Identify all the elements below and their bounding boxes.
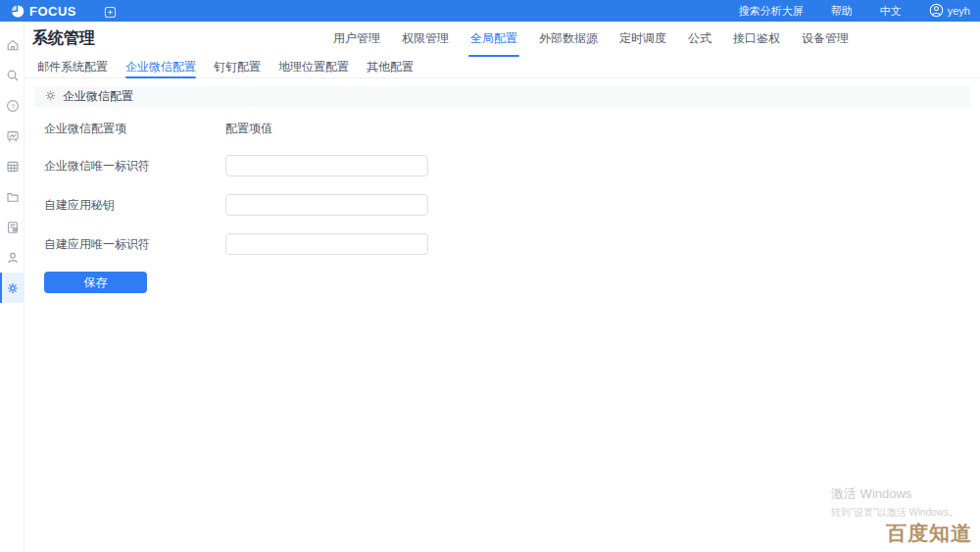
username: yeyh [948, 5, 970, 17]
dashboard-icon [6, 129, 20, 143]
tab-scheduled-tasks[interactable]: 定时调度 [619, 30, 666, 47]
subtab-other-config[interactable]: 其他配置 [367, 56, 414, 78]
sidebar-item-folder[interactable] [0, 181, 24, 212]
gear-icon [44, 89, 57, 105]
config-form: 企业微信配置项 配置项值 企业微信唯一标识符 自建应用秘钥 自建应用唯一标识符 … [24, 121, 980, 293]
language-switch[interactable]: 中文 [880, 4, 902, 19]
subtab-dingtalk-config[interactable]: 钉钉配置 [214, 56, 261, 78]
section-title: 企业微信配置 [63, 88, 133, 105]
tab-api-auth[interactable]: 接口鉴权 [733, 30, 780, 47]
pie-chart-icon [10, 4, 24, 19]
subtab-wechat-work-config[interactable]: 企业微信配置 [125, 56, 196, 78]
section-header: 企业微信配置 [34, 86, 970, 107]
report-icon [6, 221, 20, 234]
save-button[interactable]: 保存 [44, 272, 147, 293]
tab-device-management[interactable]: 设备管理 [802, 30, 849, 47]
sidebar-item-help[interactable]: ? [0, 90, 24, 121]
tab-permission-management[interactable]: 权限管理 [402, 30, 449, 47]
tab-formula[interactable]: 公式 [688, 30, 711, 47]
settings-icon [6, 281, 20, 295]
table-icon [6, 160, 20, 174]
tab-user-management[interactable]: 用户管理 [333, 30, 380, 47]
avatar-icon [929, 3, 944, 20]
page-title: 系统管理 [32, 28, 95, 49]
form-column-headers: 企业微信配置项 配置项值 [44, 121, 980, 137]
label-app-secret: 自建应用秘钥 [44, 197, 225, 214]
input-corp-id[interactable] [225, 155, 428, 176]
user-icon [6, 251, 20, 265]
sidebar-item-report[interactable] [0, 212, 24, 242]
label-app-id: 自建应用唯一标识符 [44, 236, 225, 253]
topbar: FOCUS 搜索分析大屏 帮助 中文 yeyh [0, 0, 980, 22]
sidebar-item-dashboard[interactable] [0, 121, 24, 151]
input-app-secret[interactable] [225, 194, 428, 216]
tab-global-config[interactable]: 全局配置 [470, 30, 517, 47]
home-icon [6, 38, 20, 52]
sidebar-item-home[interactable] [0, 29, 24, 60]
brand-name: FOCUS [29, 4, 76, 19]
column-config-item: 企业微信配置项 [44, 121, 225, 137]
tab-external-datasource[interactable]: 外部数据源 [539, 30, 598, 47]
user-menu[interactable]: yeyh [929, 3, 970, 20]
form-row: 自建应用唯一标识符 [44, 233, 980, 255]
folder-icon [6, 190, 20, 204]
sidebar-item-users[interactable] [0, 242, 24, 273]
form-row: 企业微信唯一标识符 [44, 155, 980, 176]
sidebar-item-search[interactable] [0, 60, 24, 90]
input-app-id[interactable] [225, 233, 428, 255]
sidebar-item-table[interactable] [0, 151, 24, 181]
module-tabs: 用户管理 权限管理 全局配置 外部数据源 定时调度 公式 接口鉴权 设备管理 [333, 22, 849, 56]
page-header: 系统管理 用户管理 权限管理 全局配置 外部数据源 定时调度 公式 接口鉴权 设… [24, 22, 980, 56]
add-window-icon[interactable] [104, 5, 117, 18]
subtab-email-config[interactable]: 邮件系统配置 [37, 56, 108, 78]
search-icon [6, 69, 20, 82]
subtab-geolocation-config[interactable]: 地理位置配置 [278, 56, 349, 78]
svg-text:?: ? [10, 101, 14, 110]
sidebar-item-settings[interactable] [0, 273, 24, 303]
main-content: 系统管理 用户管理 权限管理 全局配置 外部数据源 定时调度 公式 接口鉴权 设… [24, 22, 980, 552]
brand-logo[interactable]: FOCUS [10, 4, 76, 19]
column-config-value: 配置项值 [225, 121, 272, 137]
help-link[interactable]: 帮助 [831, 4, 853, 19]
form-row: 自建应用秘钥 [44, 194, 980, 216]
help-icon: ? [6, 99, 20, 113]
search-analysis-screen-link[interactable]: 搜索分析大屏 [739, 4, 804, 19]
label-corp-id: 企业微信唯一标识符 [44, 158, 225, 175]
sidebar: ? [0, 22, 24, 552]
config-sub-tabs: 邮件系统配置 企业微信配置 钉钉配置 地理位置配置 其他配置 [24, 56, 980, 78]
